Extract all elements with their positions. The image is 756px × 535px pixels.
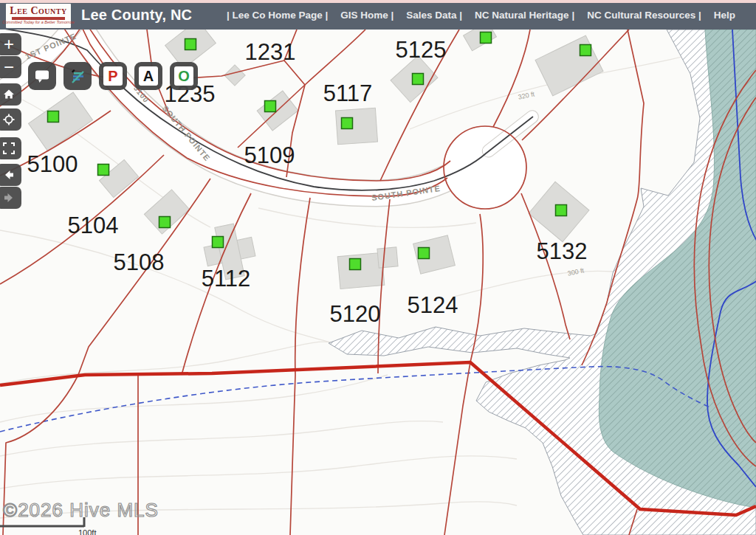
parcel-marker [481,32,492,44]
locate-icon [3,114,15,125]
nav-link[interactable]: GIS Home | [340,10,394,21]
nav-link[interactable]: Sales Data | [406,10,462,21]
plus-icon: + [4,35,14,53]
locate-button[interactable] [0,108,21,131]
zoom-in-button[interactable]: + [0,33,21,55]
parcel-marker [342,118,353,129]
parcel-marker [265,101,276,112]
page-title: Lee County, NC [81,7,192,24]
extent-button[interactable] [0,137,21,159]
zoom-out-button[interactable]: − [0,56,21,78]
arrow-right-icon [3,192,15,204]
nav-link[interactable]: | Lee Co Home Page | [227,10,328,21]
forward-button[interactable] [0,187,21,209]
home-button[interactable] [0,83,21,106]
header-bar: Lee County Committed Today for a Better … [0,0,756,30]
extent-icon [3,142,15,154]
scalebar-label: 100ft [78,528,96,535]
nav-link[interactable]: Help [714,10,735,21]
back-button[interactable] [0,164,21,186]
minus-icon: − [4,58,14,76]
map-canvas[interactable] [0,30,756,535]
tool-p-button-label: P [103,66,123,86]
tool-o-button-label: O [174,66,193,86]
tool-a-button[interactable]: A [134,62,162,90]
watermark: ©2026 Hive MLS [3,499,159,522]
app-window: Lee County Committed Today for a Better … [0,0,756,535]
nav-link[interactable]: NC Natural Heritage | [475,10,574,21]
logo-tagline: Committed Today for a Better Tomorrow [2,21,74,25]
parcel-marker [413,74,424,85]
parcel-marker [159,217,171,228]
speech-bubble-icon [34,68,50,84]
nav-link[interactable]: NC Cultural Resources | [587,10,701,21]
parcel-marker [213,237,224,248]
parcel-marker [48,111,59,122]
parcel-marker [185,39,196,50]
parcel-marker [580,45,591,56]
map-viewport[interactable]: 1231123551255117510951005104510851125120… [0,30,756,535]
top-strip [0,0,756,3]
logo-text: Lee County [10,6,66,16]
arrow-left-icon [3,169,15,181]
tool-a-button-label: A [139,66,158,86]
parcel-marker [556,205,567,216]
parcel-marker [98,165,109,176]
parcel-marker [350,259,361,270]
tool-o-button[interactable]: O [170,62,198,90]
comment-button[interactable] [28,62,56,90]
parcel-marker [419,248,430,259]
measure-button[interactable] [63,62,92,90]
measure-icon [69,68,86,84]
header-nav: | Lee Co Home Page |GIS Home |Sales Data… [227,10,756,21]
map-toolbar: PAO [28,62,198,90]
county-logo[interactable]: Lee County Committed Today for a Better … [6,4,71,28]
tool-p-button[interactable]: P [99,62,127,90]
home-icon [3,89,15,100]
